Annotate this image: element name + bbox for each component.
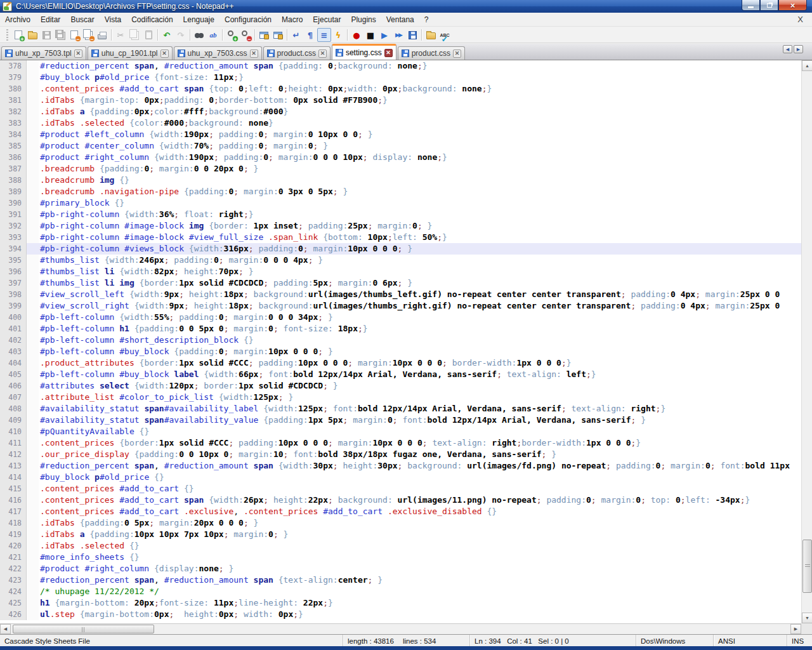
code-line[interactable]: #pb-right-column {width:36%; float: righ…: [39, 209, 801, 220]
code-line[interactable]: #product #center_column {width:70%; padd…: [39, 140, 801, 152]
code-row[interactable]: 386#product #right_column {width:190px; …: [0, 152, 801, 163]
code-line[interactable]: #availability_statut span#availability_v…: [39, 415, 801, 426]
code-line[interactable]: .content_prices #add_to_cart span {top: …: [39, 83, 801, 95]
code-row[interactable]: 416.content_prices #add_to_cart span {wi…: [0, 494, 801, 506]
code-row-current[interactable]: 394#pb-right-column #views_block {width:…: [0, 243, 801, 255]
scroll-down-arrow[interactable]: ▼: [802, 613, 812, 623]
close-all-button[interactable]: −: [81, 28, 95, 42]
code-row[interactable]: 381.idTabs {margin-top: 0px;padding: 0;b…: [0, 95, 801, 106]
tab-product.css[interactable]: product.css✕: [398, 46, 465, 60]
record-macro-button[interactable]: ●: [350, 28, 363, 42]
new-file-button[interactable]: +: [11, 28, 25, 42]
code-row[interactable]: 380.content_prices #add_to_cart span {to…: [0, 83, 801, 95]
code-line[interactable]: .attribute_list #color_to_pick_list {wid…: [39, 392, 801, 403]
code-line[interactable]: .idTabs {margin-top: 0px;padding: 0;bord…: [39, 95, 801, 106]
code-row[interactable]: 415.content_prices #add_to_cart {}: [0, 483, 801, 494]
code-line[interactable]: #pb-left-column #short_description_block…: [39, 335, 801, 346]
code-line[interactable]: .product_attributes {border:1px solid #C…: [39, 357, 801, 369]
scroll-up-arrow[interactable]: ▲: [802, 60, 812, 71]
plugin-folder-button[interactable]: [424, 28, 438, 42]
code-line[interactable]: #pb-right-column #views_block {width:316…: [39, 243, 801, 255]
undo-button[interactable]: ↶: [160, 28, 174, 42]
vertical-scrollbar[interactable]: ▲ ▼: [801, 60, 812, 623]
code-row[interactable]: 401#pb-left-column h1 {padding:0 0 5px 0…: [0, 323, 801, 335]
tab-uhu_xp_7503.css[interactable]: uhu_xp_7503.css✕: [174, 46, 262, 60]
menu-macro[interactable]: Macro: [277, 13, 308, 26]
code-row[interactable]: 417.content_prices #add_to_cart .exclusi…: [0, 506, 801, 517]
play-macro-button[interactable]: ▶: [377, 28, 391, 42]
horizontal-scrollbar[interactable]: ◀ ▶: [0, 623, 801, 634]
code-row[interactable]: 418.idTabs {padding:0 5px; margin:20px 0…: [0, 517, 801, 529]
code-line[interactable]: ul.step {margin-bottom:0px; height:0px; …: [39, 609, 801, 620]
code-row[interactable]: 397#thumbs_list li img {border:1px solid…: [0, 277, 801, 289]
code-row[interactable]: 403#pb-left-column #buy_block {padding:0…: [0, 346, 801, 357]
code-row[interactable]: 412.our_price_display {padding:0 0 10px …: [0, 449, 801, 460]
code-row[interactable]: 409#availability_statut span#availabilit…: [0, 415, 801, 426]
code-line[interactable]: #thumbs_list li img {border:1px solid #C…: [39, 277, 801, 289]
code-line[interactable]: #pb-right-column #image-block img {borde…: [39, 220, 801, 232]
code-line[interactable]: .content_prices #add_to_cart {}: [39, 483, 801, 494]
code-line[interactable]: .idTabs .selected {color:#000;background…: [39, 117, 801, 129]
show-all-characters-button[interactable]: ¶: [303, 28, 317, 42]
code-line[interactable]: .breadcrumb img {}: [39, 175, 801, 186]
menu-editar[interactable]: Editar: [36, 13, 65, 26]
code-row[interactable]: 396#thumbs_list li {width:82px; height:7…: [0, 266, 801, 277]
tab-close-icon[interactable]: ✕: [318, 50, 327, 58]
code-line[interactable]: #pQuantityAvailable {}: [39, 426, 801, 437]
tab-setting.css-active[interactable]: setting.css✕: [332, 44, 396, 60]
code-row[interactable]: 387.breadcrumb {padding:0; margin:0 0 20…: [0, 163, 801, 175]
code-line[interactable]: .breadcrumb {padding:0; margin:0 0 20px …: [39, 163, 801, 175]
tab-uhu_cp_1901.tpl[interactable]: uhu_cp_1901.tpl✕: [88, 46, 173, 60]
menu-ventana[interactable]: Ventana: [381, 13, 419, 26]
tab-close-icon[interactable]: ✕: [160, 50, 169, 58]
code-line[interactable]: #product #right_column {display:none; }: [39, 563, 801, 574]
replace-button[interactable]: ab: [206, 28, 220, 42]
code-row[interactable]: 405#pb-left-column #buy_block label {wid…: [0, 369, 801, 380]
find-button[interactable]: [192, 28, 206, 42]
code-line[interactable]: .breadcrumb .navigation-pipe {padding:0;…: [39, 186, 801, 197]
code-line[interactable]: /* uhupage 11/22/2012 */: [39, 586, 801, 597]
menu-buscar[interactable]: Buscar: [65, 13, 99, 26]
vertical-scroll-thumb[interactable]: [802, 540, 812, 593]
open-file-button[interactable]: [25, 28, 39, 42]
code-row[interactable]: 390#primary_block {}: [0, 197, 801, 209]
menu-lenguaje[interactable]: Lenguaje: [178, 13, 219, 26]
code-row[interactable]: 392#pb-right-column #image-block img {bo…: [0, 220, 801, 232]
code-row[interactable]: 404.product_attributes {border:1px solid…: [0, 357, 801, 369]
tab-close-icon[interactable]: ✕: [74, 50, 82, 58]
code-row[interactable]: 425h1 {margin-bottom: 20px;font-size: 11…: [0, 597, 801, 609]
code-row[interactable]: 382.idTabs a {padding:0px;color:#fff;bac…: [0, 106, 801, 117]
code-row[interactable]: 414#buy_block p#old_price {}: [0, 472, 801, 483]
code-row[interactable]: 391#pb-right-column {width:36%; float: r…: [0, 209, 801, 220]
tab-close-icon[interactable]: ✕: [453, 50, 461, 58]
code-line[interactable]: .idTabs .selected {}: [39, 540, 801, 552]
code-line[interactable]: #primary_block {}: [39, 197, 801, 209]
code-row[interactable]: 411.content_prices {border:1px solid #CC…: [0, 437, 801, 449]
menu-plugins[interactable]: Plugins: [346, 13, 381, 26]
code-line[interactable]: .idTabs {padding:0 5px; margin:20px 0 0 …: [39, 517, 801, 529]
tab-uhu_xp_7503.tpl[interactable]: uhu_xp_7503.tpl✕: [1, 46, 86, 60]
code-row[interactable]: 407.attribute_list #color_to_pick_list {…: [0, 392, 801, 403]
code-line[interactable]: #reduction_percent span, #reduction_amou…: [39, 60, 801, 72]
code-row[interactable]: 379#buy_block p#old_price {font-size: 11…: [0, 72, 801, 83]
code-editor[interactable]: 378#reduction_percent span, #reduction_a…: [0, 60, 801, 623]
code-line[interactable]: .idTabs a {padding:10px 10px 7px 10px; m…: [39, 529, 801, 540]
code-line[interactable]: #view_scroll_right {width:9px; height:18…: [39, 300, 801, 312]
menu-codificación[interactable]: Codificación: [126, 13, 178, 26]
minimize-button[interactable]: [742, 0, 760, 11]
code-row[interactable]: 400#pb-left-column {width:55%; padding:0…: [0, 312, 801, 323]
code-line[interactable]: #attributes select {width:120px; border:…: [39, 380, 801, 392]
code-line[interactable]: #product #left_column {width:190px; padd…: [39, 129, 801, 140]
restore-button[interactable]: [760, 0, 778, 11]
code-line[interactable]: h1 {margin-bottom: 20px;font-size: 11px;…: [39, 597, 801, 609]
zoom-in-button[interactable]: +: [225, 28, 239, 42]
code-row[interactable]: 398#view_scroll_left {width:9px; height:…: [0, 289, 801, 300]
code-line[interactable]: #reduction_percent span, #reduction_amou…: [39, 460, 801, 472]
close-button[interactable]: ×: [778, 0, 807, 11]
code-line[interactable]: #buy_block p#old_price {font-size: 11px;…: [39, 72, 801, 83]
code-row[interactable]: 419.idTabs a {padding:10px 10px 7px 10px…: [0, 529, 801, 540]
code-row[interactable]: 385#product #center_column {width:70%; p…: [0, 140, 801, 152]
word-wrap-button[interactable]: ↵: [289, 28, 303, 42]
run-macro-multiple-button[interactable]: ▶▶: [391, 28, 405, 42]
code-row[interactable]: 388.breadcrumb img {}: [0, 175, 801, 186]
